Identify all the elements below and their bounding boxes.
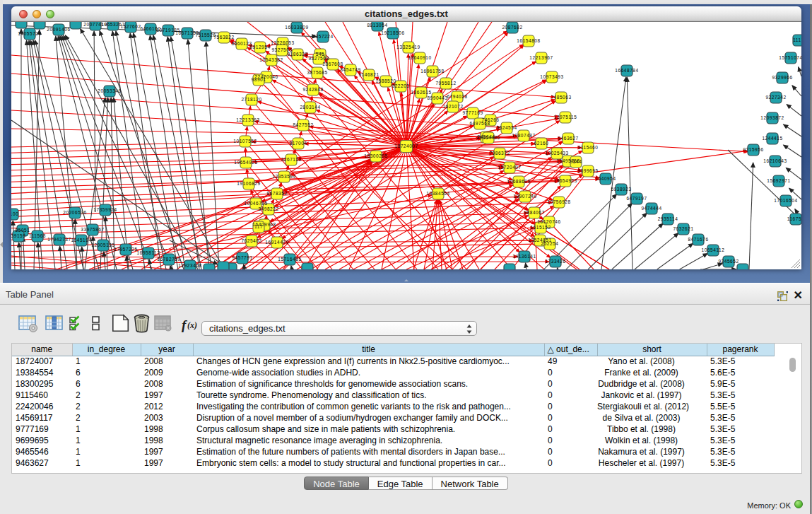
svg-text:7563822: 7563822 bbox=[213, 35, 234, 40]
svg-text:12905135: 12905135 bbox=[91, 243, 114, 247]
svg-text:19384554: 19384554 bbox=[426, 191, 449, 196]
svg-text:9245652: 9245652 bbox=[718, 259, 739, 264]
svg-text:1640954: 1640954 bbox=[595, 176, 616, 181]
svg-text:10807487: 10807487 bbox=[512, 133, 535, 138]
svg-text:8427552: 8427552 bbox=[293, 122, 313, 127]
svg-text:1117: 1117 bbox=[793, 37, 801, 42]
svg-text:16210643: 16210643 bbox=[763, 158, 787, 163]
svg-text:8912954: 8912954 bbox=[249, 45, 270, 49]
svg-text:8678352: 8678352 bbox=[266, 191, 287, 196]
svg-text:98901: 98901 bbox=[252, 77, 266, 82]
svg-text:6794028: 6794028 bbox=[447, 94, 467, 99]
svg-text:10973493: 10973493 bbox=[540, 74, 563, 79]
svg-text:18724007: 18724007 bbox=[394, 144, 418, 148]
svg-text:10025433: 10025433 bbox=[545, 151, 568, 156]
svg-text:9100: 9100 bbox=[11, 211, 18, 216]
svg-text:9146821: 9146821 bbox=[358, 72, 379, 77]
svg-text:8660123: 8660123 bbox=[231, 41, 252, 46]
svg-text:18907249: 18907249 bbox=[513, 194, 536, 199]
svg-text:12213967: 12213967 bbox=[529, 55, 553, 60]
svg-text:3267110: 3267110 bbox=[281, 157, 302, 162]
svg-text:20091406: 20091406 bbox=[47, 27, 70, 32]
svg-text:16648784: 16648784 bbox=[615, 68, 638, 73]
svg-text:817004: 817004 bbox=[290, 141, 307, 146]
svg-text:9115460: 9115460 bbox=[578, 145, 599, 150]
svg-text:3624554: 3624554 bbox=[496, 125, 517, 130]
svg-text:10543382: 10543382 bbox=[259, 57, 283, 62]
svg-text:39159: 39159 bbox=[11, 233, 25, 238]
svg-text:17942737: 17942737 bbox=[47, 237, 71, 242]
svg-text:18300295: 18300295 bbox=[364, 153, 387, 158]
svg-text:2087682: 2087682 bbox=[502, 25, 522, 30]
svg-text:116753: 116753 bbox=[787, 216, 801, 221]
svg-text:9329966: 9329966 bbox=[772, 75, 792, 80]
svg-text:20053346: 20053346 bbox=[98, 88, 121, 93]
svg-text:16914479: 16914479 bbox=[265, 240, 288, 245]
svg-text:9474444: 9474444 bbox=[641, 206, 661, 211]
svg-text:3875685: 3875685 bbox=[307, 70, 327, 75]
svg-text:12093872: 12093872 bbox=[760, 115, 784, 120]
svg-text:7625402: 7625402 bbox=[241, 238, 261, 243]
svg-text:2803144: 2803144 bbox=[300, 105, 320, 110]
svg-text:17359924: 17359924 bbox=[93, 207, 117, 212]
svg-text:10654112: 10654112 bbox=[702, 247, 725, 252]
svg-text:9884067: 9884067 bbox=[524, 210, 544, 215]
svg-text:12923468: 12923468 bbox=[178, 263, 201, 268]
svg-text:8471676: 8471676 bbox=[688, 237, 708, 242]
svg-text:1621072: 1621072 bbox=[442, 104, 463, 109]
svg-text:10046785: 10046785 bbox=[244, 201, 267, 206]
svg-text:9457791: 9457791 bbox=[232, 255, 252, 260]
svg-text:3498222: 3498222 bbox=[258, 206, 278, 211]
svg-text:33975867: 33975867 bbox=[81, 227, 104, 232]
svg-text:1733426: 1733426 bbox=[545, 259, 565, 264]
svg-text:17957225: 17957225 bbox=[114, 247, 137, 252]
svg-text:1362615: 1362615 bbox=[411, 90, 431, 95]
svg-text:16033809: 16033809 bbox=[285, 25, 308, 30]
svg-text:1645194: 1645194 bbox=[71, 238, 91, 243]
svg-text:19218506: 19218506 bbox=[381, 30, 404, 35]
svg-text:17016504: 17016504 bbox=[774, 198, 797, 203]
svg-text:252254: 252254 bbox=[541, 241, 559, 246]
svg-text:16958117: 16958117 bbox=[137, 250, 160, 255]
svg-text:5938923: 5938923 bbox=[611, 187, 631, 192]
svg-text:9844: 9844 bbox=[570, 159, 582, 164]
svg-text:9777169: 9777169 bbox=[462, 110, 483, 115]
svg-text:20206536: 20206536 bbox=[63, 210, 86, 215]
svg-text:7485063: 7485063 bbox=[551, 95, 571, 100]
svg-text:16782759: 16782759 bbox=[157, 257, 180, 262]
svg-text:18640910: 18640910 bbox=[408, 55, 431, 60]
svg-text:85051: 85051 bbox=[16, 228, 30, 233]
svg-text:10120746: 10120746 bbox=[537, 219, 560, 224]
svg-text:20364436: 20364436 bbox=[476, 135, 500, 140]
svg-text:7632621: 7632621 bbox=[673, 226, 693, 231]
svg-text:9327508: 9327508 bbox=[308, 56, 329, 61]
svg-text:111568: 111568 bbox=[29, 233, 46, 238]
svg-text:1244415: 1244415 bbox=[762, 136, 782, 141]
svg-text:117: 117 bbox=[254, 224, 263, 229]
svg-text:7515526: 7515526 bbox=[195, 33, 216, 37]
svg-text:7357224: 7357224 bbox=[312, 34, 333, 39]
svg-text:1588520: 1588520 bbox=[375, 78, 396, 83]
svg-text:14055724: 14055724 bbox=[18, 31, 41, 36]
svg-text:19654925: 19654925 bbox=[234, 160, 257, 165]
svg-text:(x): (x) bbox=[187, 320, 197, 330]
svg-text:62160: 62160 bbox=[534, 141, 549, 146]
svg-text:16154808: 16154808 bbox=[517, 38, 540, 43]
svg-text:9227342: 9227342 bbox=[765, 95, 786, 100]
svg-text:16961758: 16961758 bbox=[420, 69, 444, 74]
svg-text:12353594: 12353594 bbox=[272, 174, 295, 179]
svg-text:f: f bbox=[182, 317, 187, 332]
svg-text:10688609: 10688609 bbox=[507, 179, 530, 184]
svg-text:9699695: 9699695 bbox=[577, 168, 598, 173]
svg-text:8454749: 8454749 bbox=[340, 67, 360, 72]
svg-text:1615152: 1615152 bbox=[530, 225, 551, 230]
svg-text:9215956: 9215956 bbox=[743, 147, 763, 152]
svg-text:9242848: 9242848 bbox=[302, 87, 323, 92]
svg-text:13226053: 13226053 bbox=[271, 40, 294, 45]
svg-text:15692971: 15692971 bbox=[767, 178, 790, 183]
svg-text:6479197: 6479197 bbox=[626, 196, 647, 201]
svg-text:822203: 822203 bbox=[392, 83, 410, 88]
svg-text:19654923: 19654923 bbox=[553, 178, 577, 183]
svg-text:1527602: 1527602 bbox=[120, 24, 141, 29]
svg-text:10107552: 10107552 bbox=[233, 139, 257, 144]
